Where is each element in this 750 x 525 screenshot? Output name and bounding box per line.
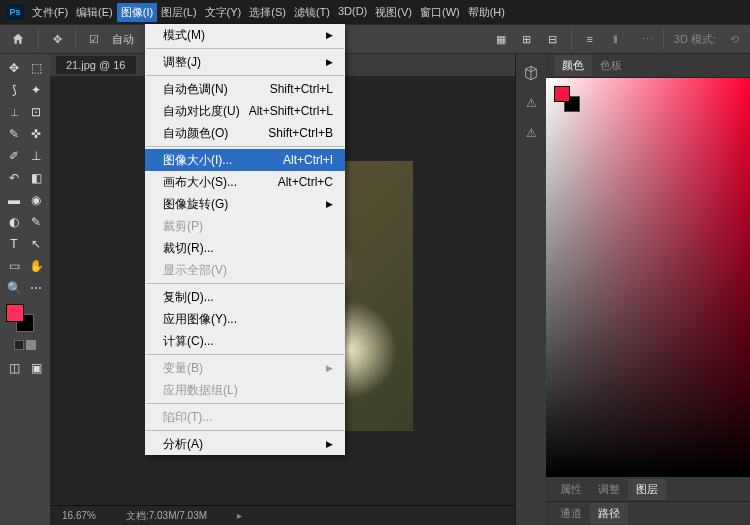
menu-3[interactable]: 图层(L) — [157, 3, 200, 22]
panels: ⚠ ⚠ 颜色 色板 属性 调整 图层 — [515, 54, 750, 525]
menu-item: 陷印(T)... — [145, 406, 345, 428]
menu-item: 显示全部(V) — [145, 259, 345, 281]
menu-4[interactable]: 文字(Y) — [201, 3, 246, 22]
eraser-tool[interactable]: ◧ — [26, 168, 46, 188]
blur-tool[interactable]: ◉ — [26, 190, 46, 210]
path-tool[interactable]: ↖ — [26, 234, 46, 254]
pen-tool[interactable]: ✎ — [26, 212, 46, 232]
marquee-tool[interactable]: ⬚ — [26, 58, 46, 78]
screenmode-icon[interactable]: ▣ — [26, 358, 46, 378]
menu-2[interactable]: 图像(I) — [117, 3, 157, 22]
menu-item: 应用数据组(L) — [145, 379, 345, 401]
crop-tool[interactable]: ⟂ — [4, 102, 24, 122]
wand-tool[interactable]: ✦ — [26, 80, 46, 100]
heal-tool[interactable]: ✜ — [26, 124, 46, 144]
menu-0[interactable]: 文件(F) — [28, 3, 72, 22]
checkbox-icon[interactable]: ☑ — [86, 31, 102, 47]
move-tool-icon[interactable]: ✥ — [49, 31, 65, 47]
menu-10[interactable]: 帮助(H) — [464, 3, 509, 22]
menu-item[interactable]: 图像大小(I)...Alt+Ctrl+I — [145, 149, 345, 171]
more-tools[interactable]: ⋯ — [26, 278, 46, 298]
menu-item: 变量(B)▶ — [145, 357, 345, 379]
shape-tool[interactable]: ▭ — [4, 256, 24, 276]
options-bar: ✥ ☑ 自动 ▦ ⊞ ⊟ ≡ ⫴ ⋯ 3D 模式: ⟲ — [0, 24, 750, 54]
dodge-tool[interactable]: ◐ — [4, 212, 24, 232]
document-tab[interactable]: 21.jpg @ 16 — [56, 56, 136, 74]
menu-item[interactable]: 自动颜色(O)Shift+Ctrl+B — [145, 122, 345, 144]
warning-icon-2: ⚠ — [522, 124, 540, 142]
tab-paths[interactable]: 路径 — [590, 503, 628, 524]
lasso-tool[interactable]: ⟆ — [4, 80, 24, 100]
menu-item[interactable]: 画布大小(S)...Alt+Ctrl+C — [145, 171, 345, 193]
mode-3d-label: 3D 模式: — [674, 32, 716, 47]
frame-tool[interactable]: ⊡ — [26, 102, 46, 122]
menu-item[interactable]: 裁切(R)... — [145, 237, 345, 259]
menu-item[interactable]: 自动对比度(U)Alt+Shift+Ctrl+L — [145, 100, 345, 122]
align-icon-3[interactable]: ⊟ — [545, 31, 561, 47]
menu-item: 裁剪(P) — [145, 215, 345, 237]
auto-select-label: 自动 — [112, 32, 134, 47]
home-icon[interactable] — [8, 30, 28, 48]
menu-1[interactable]: 编辑(E) — [72, 3, 117, 22]
cube-icon[interactable] — [522, 64, 540, 82]
menu-bar: Ps 文件(F)编辑(E)图像(I)图层(L)文字(Y)选择(S)滤镜(T)3D… — [0, 0, 750, 24]
menu-item[interactable]: 计算(C)... — [145, 330, 345, 352]
align-icon-2[interactable]: ⊞ — [519, 31, 535, 47]
quickmask-icon[interactable]: ◫ — [4, 358, 24, 378]
distribute-icon[interactable]: ≡ — [582, 31, 598, 47]
3d-icon[interactable]: ⟲ — [726, 31, 742, 47]
tab-properties[interactable]: 属性 — [552, 479, 590, 500]
menu-8[interactable]: 视图(V) — [371, 3, 416, 22]
menu-item[interactable]: 调整(J)▶ — [145, 51, 345, 73]
menu-5[interactable]: 选择(S) — [245, 3, 290, 22]
tab-channels[interactable]: 通道 — [552, 503, 590, 524]
type-tool[interactable]: T — [4, 234, 24, 254]
color-swatch[interactable] — [2, 304, 48, 334]
menu-item[interactable]: 自动色调(N)Shift+Ctrl+L — [145, 78, 345, 100]
menu-item[interactable]: 应用图像(Y)... — [145, 308, 345, 330]
align-icon[interactable]: ▦ — [493, 31, 509, 47]
tool-palette: ✥⬚ ⟆✦ ⟂⊡ ✎✜ ✐⊥ ↶◧ ▬◉ ◐✎ T↖ ▭✋ 🔍⋯ ◫ ▣ — [0, 54, 50, 525]
tab-adjustments[interactable]: 调整 — [590, 479, 628, 500]
hand-tool[interactable]: ✋ — [26, 256, 46, 276]
eyedropper-tool[interactable]: ✎ — [4, 124, 24, 144]
doc-info: 文档:7.03M/7.03M — [126, 509, 207, 523]
warning-icon: ⚠ — [522, 94, 540, 112]
menu-7[interactable]: 3D(D) — [334, 3, 371, 22]
menu-9[interactable]: 窗口(W) — [416, 3, 464, 22]
menu-item[interactable]: 复制(D)... — [145, 286, 345, 308]
brush-tool[interactable]: ✐ — [4, 146, 24, 166]
tab-color[interactable]: 颜色 — [554, 55, 592, 76]
distribute-icon-2[interactable]: ⫴ — [608, 31, 624, 47]
zoom-level[interactable]: 16.67% — [62, 510, 96, 521]
menu-item[interactable]: 分析(A)▶ — [145, 433, 345, 455]
default-colors-icon[interactable] — [14, 340, 24, 350]
move-tool[interactable]: ✥ — [4, 58, 24, 78]
app-logo: Ps — [6, 4, 24, 20]
history-tool[interactable]: ↶ — [4, 168, 24, 188]
menu-6[interactable]: 滤镜(T) — [290, 3, 334, 22]
menu-item[interactable]: 图像旋转(G)▶ — [145, 193, 345, 215]
screen-mode-icon[interactable] — [26, 340, 36, 350]
tab-swatches[interactable]: 色板 — [592, 55, 630, 76]
stamp-tool[interactable]: ⊥ — [26, 146, 46, 166]
color-picker[interactable] — [546, 78, 750, 477]
image-menu-dropdown: 模式(M)▶调整(J)▶自动色调(N)Shift+Ctrl+L自动对比度(U)A… — [145, 24, 345, 455]
tab-layers[interactable]: 图层 — [628, 479, 666, 500]
gradient-tool[interactable]: ▬ — [4, 190, 24, 210]
menu-item[interactable]: 模式(M)▶ — [145, 24, 345, 46]
zoom-tool[interactable]: 🔍 — [4, 278, 24, 298]
